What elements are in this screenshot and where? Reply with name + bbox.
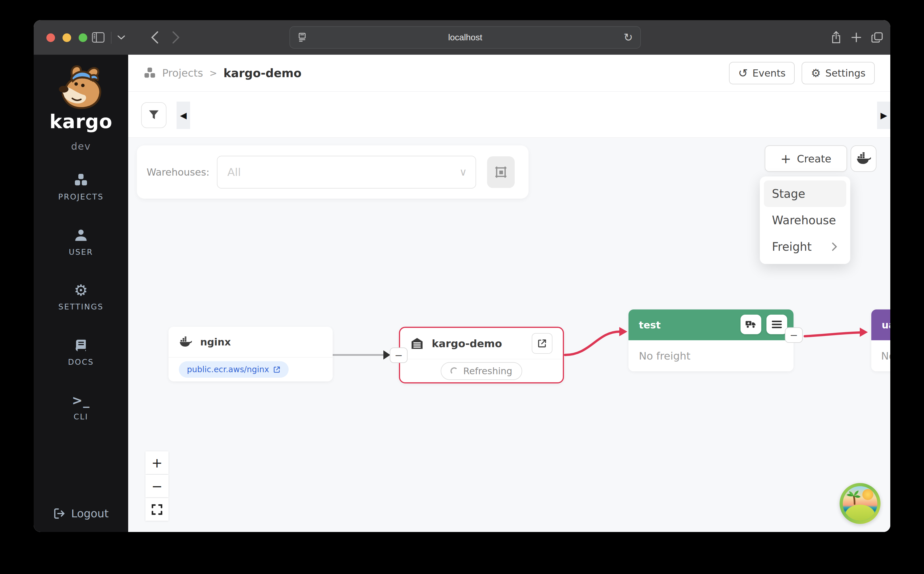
gear-icon: ⚙ [34,282,128,298]
collapse-handle[interactable]: − [390,347,408,363]
plus-icon: + [780,151,791,166]
sidebar-item-projects[interactable]: PROJECTS [34,172,128,201]
create-button[interactable]: + Create [765,145,847,172]
history-icon: ↺ [738,66,748,80]
zoom-window-button[interactable] [79,33,87,42]
events-button[interactable]: ↺ Events [729,62,795,84]
warehouses-select[interactable]: All ∨ [217,156,476,189]
tab-overview-button[interactable] [869,29,885,46]
warehouse-title: kargo-demo [432,337,502,350]
back-button[interactable] [147,29,163,46]
logout-label: Logout [71,507,109,520]
stage-header: test [629,309,793,340]
collapse-right-button[interactable]: ▶ [877,102,890,129]
stage-node-uat[interactable]: uat No freight [871,309,890,371]
sidebar-item-cli[interactable]: >_ CLI [34,392,128,421]
stage-node-test[interactable]: test [629,309,793,371]
url-bar[interactable]: localhost ↻ [289,26,641,49]
freight-empty-label: No freight [881,350,890,362]
sidebar-item-settings[interactable]: ⚙ SETTINGS [34,282,128,311]
warehouses-select-value: All [227,166,241,178]
stage-body: No freight [871,340,890,371]
warehouse-filter-card: Warehouses: All ∨ [137,145,529,199]
fit-view-button[interactable] [145,498,169,521]
freight-empty-label: No freight [639,350,690,362]
island-badge[interactable] [840,483,880,524]
forward-button[interactable] [168,29,184,46]
kargo-logo[interactable]: kargo [34,63,128,133]
funnel-icon [147,109,160,121]
warehouse-icon [411,337,424,350]
browser-titlebar: localhost ↻ [34,20,890,55]
breadcrumb-separator: > [209,68,217,79]
stage-body: No freight [629,340,793,371]
canvas-zoom-controls: + − [145,451,169,521]
page-settings-icon[interactable] [297,33,307,42]
settings-button[interactable]: ⚙ Settings [802,62,875,84]
create-menu: Stage Warehouse Freight [760,177,850,264]
frame-icon [494,166,507,178]
browser-window: localhost ↻ [34,20,890,532]
minimize-window-button[interactable] [63,33,71,42]
docker-whale-icon [179,336,192,347]
stage-header: uat [871,309,890,340]
promote-button[interactable] [741,315,761,334]
filter-bar: ◀ ▶ [128,92,890,137]
refreshing-label: Refreshing [463,366,512,377]
open-warehouse-button[interactable] [532,333,553,354]
zoom-in-button[interactable]: + [145,451,169,474]
menu-item-stage[interactable]: Stage [764,180,846,207]
kargo-wordmark: kargo [34,110,128,133]
menu-item-freight[interactable]: Freight [764,233,846,260]
stage-title: test [639,319,661,331]
stage-title: uat [882,319,890,331]
external-link-icon [537,339,547,348]
fit-view-icon [151,503,163,516]
person-icon [34,227,128,244]
truck-icon [745,320,757,329]
create-label: Create [797,153,832,165]
submenu-chevron-icon [831,242,838,252]
sidebar-item-user[interactable]: USER [34,227,128,257]
reload-icon[interactable]: ↻ [624,31,633,44]
sidebar-toggle-icon[interactable] [90,29,106,46]
hamburger-icon [772,320,782,329]
toolbar-divider [111,32,112,44]
warehouses-label: Warehouses: [147,166,209,178]
sidebar: kargo dev PROJECTS USER ⚙ SETTINGS [34,55,128,532]
share-icon[interactable] [828,29,844,46]
docker-images-button[interactable] [851,145,877,172]
projects-boxes-icon [144,67,156,79]
app-shell: kargo dev PROJECTS USER ⚙ SETTINGS [34,55,890,532]
freight-menu-button[interactable] [766,315,787,334]
repo-node-nginx[interactable]: nginx public.ecr.aws/nginx [169,327,333,382]
main-content: Projects > kargo-demo ↺ Events ⚙ Setting… [128,55,890,532]
url-text: localhost [307,33,624,42]
new-tab-button[interactable] [848,29,864,46]
gear-icon: ⚙ [811,67,821,79]
logout-button[interactable]: Logout [34,507,128,520]
collapse-handle[interactable]: − [785,327,803,343]
zoom-out-button[interactable]: − [145,475,169,497]
warehouse-image-button[interactable] [487,156,515,188]
kargo-mascot-icon [52,63,110,112]
breadcrumb-current: kargo-demo [224,66,302,80]
filter-button[interactable] [141,102,166,128]
island-illustration-icon [843,486,877,521]
repo-link-pill[interactable]: public.ecr.aws/nginx [179,361,289,378]
projects-boxes-icon [34,172,128,188]
environment-label: dev [34,140,128,152]
logout-icon [53,508,65,520]
chevron-down-icon: ∨ [460,166,467,178]
breadcrumb-root[interactable]: Projects [162,67,203,79]
warehouse-node[interactable]: kargo-demo Refreshing [399,327,564,383]
chevron-down-icon[interactable] [113,29,130,46]
external-link-icon [273,366,281,373]
terminal-icon: >_ [34,392,128,408]
sidebar-item-docs[interactable]: DOCS [34,337,128,366]
collapse-left-button[interactable]: ◀ [177,102,190,129]
menu-item-warehouse[interactable]: Warehouse [764,207,846,233]
refreshing-badge[interactable]: Refreshing [441,362,522,380]
close-window-button[interactable] [46,33,55,42]
spinner-icon [450,367,458,375]
